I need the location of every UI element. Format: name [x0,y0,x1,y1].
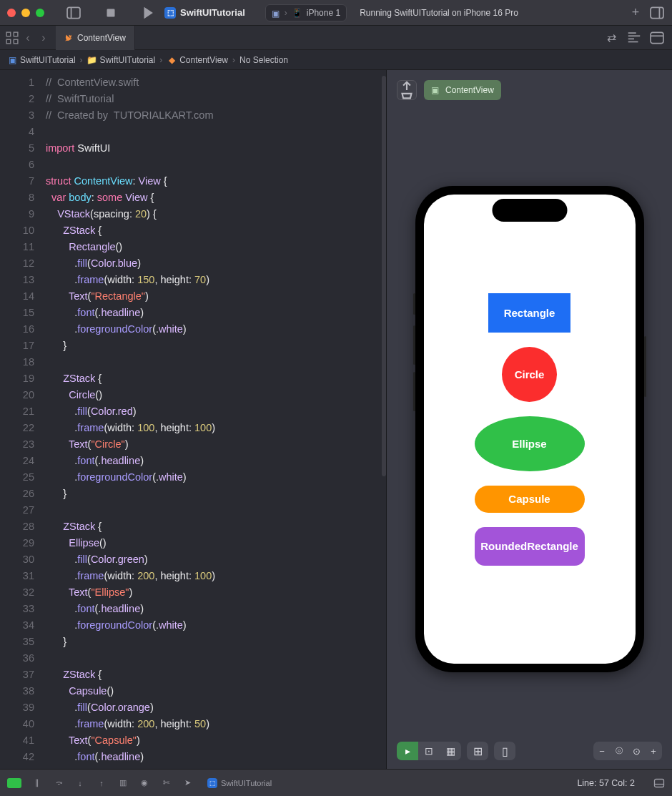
preview-device-icon[interactable]: ▯ [494,742,515,760]
zoom-in-button[interactable]: + [645,742,662,760]
swap-icon[interactable]: ⇄ [603,30,619,46]
minimize-window-button[interactable] [21,9,30,17]
sidebar-toggle-icon[interactable] [66,5,81,21]
nav-forward-icon[interactable]: › [37,31,50,44]
project-icon: ▣ [7,55,17,65]
svg-rect-0 [67,7,80,18]
chevron-right-icon: › [285,8,287,18]
zoom-fit-button[interactable]: ⊙ [628,742,645,760]
project-icon: ⬚ [164,7,176,19]
debug-process[interactable]: ⬚ SwiftUITutorial [207,778,272,788]
pause-icon[interactable]: ∥ [31,777,43,789]
close-window-button[interactable] [7,9,16,17]
preview-target-chip[interactable]: ▣ ContentView [424,80,501,100]
zoom-controls: − ⦾ ⊙ + [593,742,662,760]
svg-rect-3 [651,7,663,18]
svg-rect-2 [107,9,115,16]
add-button[interactable]: + [628,5,643,21]
code-content[interactable]: // ContentView.swift // SwiftTutorial //… [43,70,386,769]
toggle-debug-area-icon[interactable] [653,777,665,789]
activity-status: Running SwiftUITutorial on iPhone 16 Pro [360,8,518,18]
preview-circle: Circle [502,347,557,402]
window-controls [7,9,44,17]
titlebar: ⬚ SwiftUITutorial ▣ › 📱 iPhone 1 Running… [0,0,672,26]
chevron-right-icon: › [232,55,235,65]
tab-label: ContentView [77,33,126,43]
dynamic-island [492,199,567,222]
variants-button[interactable]: ▦ [440,742,461,760]
line-gutter: 1 2 3 4 5 6 7 8 9 10 11 12 13 14 15 16 1… [0,70,43,769]
device-frame: Rectangle Circle Ellipse Capsule Rounded… [415,186,644,672]
device-label: iPhone 1 [307,8,340,18]
breadcrumb-selection[interactable]: No Selection [239,55,288,65]
live-preview-button[interactable]: ▸ [397,742,418,760]
selectable-preview-button[interactable]: ⊡ [418,742,440,760]
zoom-window-button[interactable] [36,9,44,17]
svg-rect-13 [651,32,663,43]
svg-rect-7 [14,32,18,36]
device-screen[interactable]: Rectangle Circle Ellipse Capsule Rounded… [424,195,636,664]
step-into-icon[interactable]: ↓ [74,777,86,789]
cursor-position[interactable]: Line: 57 Col: 2 [577,778,635,788]
breadcrumb-project[interactable]: SwiftUITutorial [20,55,76,65]
chevron-right-icon: › [80,55,83,65]
app-icon: ⬚ [207,778,217,788]
tab-contentview[interactable]: ContentView [56,26,135,50]
stop-button[interactable] [103,5,119,21]
tab-bar: ‹ › ContentView ⇄ [0,26,672,50]
folder-icon: 📁 [87,55,97,65]
simulate-location-icon[interactable]: ➤ [182,777,193,789]
zoom-out-button[interactable]: − [593,742,611,760]
swift-file-icon: ◆ [167,55,177,65]
breadcrumb-file[interactable]: ContentView [179,55,228,65]
preview-controls: ▸ ⊡ ▦ ⊞ ▯ − ⦾ ⊙ + [387,742,672,760]
jump-bar[interactable]: ▣ SwiftUITutorial › 📁 SwiftUITutorial › … [0,50,672,70]
swiftui-preview-icon: ▣ [431,85,441,95]
project-name-label: SwiftUITutorial [180,7,245,18]
chevron-right-icon: › [159,55,162,65]
device-icon: 📱 [292,8,302,18]
zoom-actual-button[interactable]: ⦾ [611,742,628,760]
preview-roundedrect: RoundedRectangle [475,527,585,566]
svg-rect-15 [655,779,664,787]
project-title[interactable]: ⬚ SwiftUITutorial [164,7,245,19]
preview-canvas: ▣ ContentView Rectangle Circle Ellipse C… [387,70,672,769]
preview-chip-label: ContentView [445,85,494,95]
minimap-icon[interactable] [626,30,642,46]
pin-preview-button[interactable] [397,80,417,100]
debug-view-icon[interactable]: ▥ [117,777,129,789]
device-settings-button[interactable]: ⊞ [467,742,488,760]
step-out-icon[interactable]: ↑ [96,777,107,789]
svg-rect-5 [6,32,11,36]
svg-rect-8 [14,39,18,44]
source-editor[interactable]: 1 2 3 4 5 6 7 8 9 10 11 12 13 14 15 16 1… [0,70,386,769]
related-items-icon[interactable] [6,31,19,44]
debug-bar: ∥ ⤼ ↓ ↑ ▥ ◉ ✄ ➤ ⬚ SwiftUITutorial Line: … [0,769,672,796]
scrollbar[interactable] [382,76,386,476]
adjust-editor-icon[interactable] [649,30,665,46]
env-overrides-icon[interactable]: ✄ [160,777,172,789]
app-icon: ▣ [272,9,280,17]
preview-capsule: Capsule [475,486,585,513]
memory-graph-icon[interactable]: ◉ [139,777,150,789]
svg-rect-6 [6,39,11,44]
nav-back-icon[interactable]: ‹ [21,31,34,44]
breadcrumb-group[interactable]: SwiftUITutorial [100,55,156,65]
status-indicator[interactable] [7,778,21,788]
preview-ellipse: Ellipse [475,416,585,471]
step-over-icon[interactable]: ⤼ [53,777,64,789]
library-panel-icon[interactable] [649,5,665,21]
swift-file-icon [64,34,73,42]
run-destination-selector[interactable]: ▣ › 📱 iPhone 1 [265,4,347,21]
run-button[interactable] [140,5,156,21]
preview-rectangle: Rectangle [488,293,570,333]
